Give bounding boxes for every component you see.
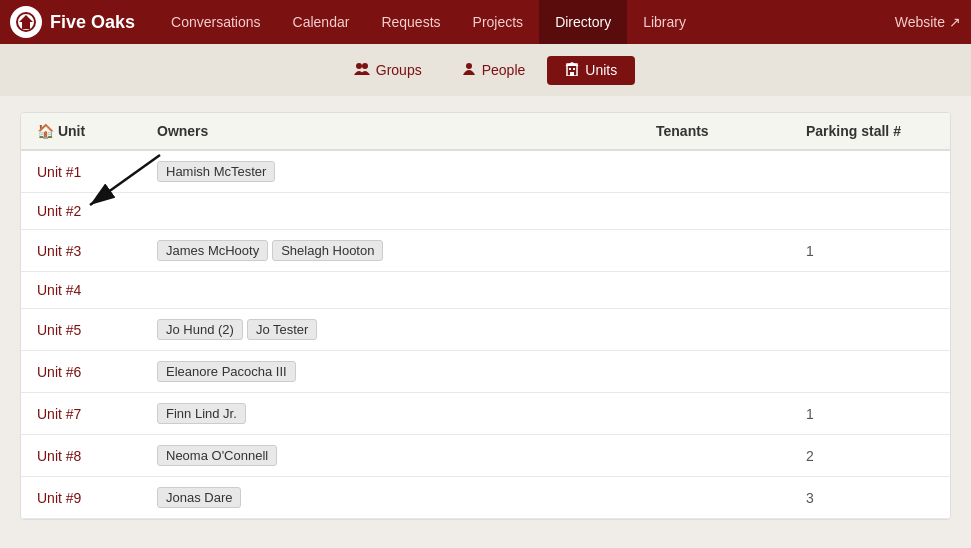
tenants-cell (640, 309, 790, 351)
nav-projects[interactable]: Projects (457, 0, 540, 44)
owner-tag[interactable]: James McHooty (157, 240, 268, 261)
nav-directory[interactable]: Directory (539, 0, 627, 44)
owners-cell: Finn Lind Jr. (141, 393, 640, 435)
logo-icon (10, 6, 42, 38)
unit-link[interactable]: Unit #9 (37, 490, 81, 506)
column-header-tenants: Tenants (640, 113, 790, 150)
parking-cell: 2 (790, 435, 950, 477)
website-label: Website (895, 14, 945, 30)
owners-cell: Jonas Dare (141, 477, 640, 519)
parking-cell (790, 150, 950, 193)
subnav-groups-label: Groups (376, 62, 422, 78)
unit-link[interactable]: Unit #7 (37, 406, 81, 422)
units-table-container: 🏠 Unit Owners Tenants Parking stall # Un… (20, 112, 951, 520)
column-header-owners: Owners (141, 113, 640, 150)
unit-link[interactable]: Unit #8 (37, 448, 81, 464)
tenants-cell (640, 193, 790, 230)
tenants-cell (640, 351, 790, 393)
main-content: 🏠 Unit Owners Tenants Parking stall # Un… (0, 96, 971, 536)
unit-link[interactable]: Unit #1 (37, 164, 81, 180)
unit-link[interactable]: Unit #5 (37, 322, 81, 338)
owner-tag[interactable]: Hamish McTester (157, 161, 275, 182)
table-row: Unit #7Finn Lind Jr.1 (21, 393, 950, 435)
owner-tag[interactable]: Shelagh Hooton (272, 240, 383, 261)
website-link[interactable]: Website ↗ (895, 14, 961, 30)
owner-tag[interactable]: Neoma O'Connell (157, 445, 277, 466)
parking-cell: 1 (790, 393, 950, 435)
unit-cell: Unit #1 (21, 150, 141, 193)
svg-rect-6 (569, 68, 571, 70)
external-link-icon: ↗ (949, 14, 961, 30)
unit-link[interactable]: Unit #6 (37, 364, 81, 380)
owners-cell (141, 272, 640, 309)
owners-cell: Eleanore Pacocha III (141, 351, 640, 393)
tenants-cell (640, 393, 790, 435)
nav-calendar[interactable]: Calendar (277, 0, 366, 44)
svg-point-4 (466, 63, 472, 69)
tenants-cell (640, 477, 790, 519)
unit-cell: Unit #6 (21, 351, 141, 393)
parking-cell: 1 (790, 230, 950, 272)
nav-requests[interactable]: Requests (365, 0, 456, 44)
owners-cell: Neoma O'Connell (141, 435, 640, 477)
top-navigation: Five Oaks Conversations Calendar Request… (0, 0, 971, 44)
owners-cell (141, 193, 640, 230)
person-icon (462, 62, 476, 79)
owner-tag[interactable]: Jo Hund (2) (157, 319, 243, 340)
unit-cell: Unit #2 (21, 193, 141, 230)
unit-cell: Unit #9 (21, 477, 141, 519)
unit-col-icon: 🏠 (37, 123, 58, 139)
unit-cell: Unit #8 (21, 435, 141, 477)
table-row: Unit #6Eleanore Pacocha III (21, 351, 950, 393)
owners-cell: Jo Hund (2)Jo Tester (141, 309, 640, 351)
tenants-cell (640, 272, 790, 309)
svg-point-2 (356, 63, 362, 69)
svg-marker-1 (19, 15, 33, 29)
tenants-cell (640, 150, 790, 193)
svg-rect-8 (570, 72, 574, 76)
owner-tag[interactable]: Eleanore Pacocha III (157, 361, 296, 382)
parking-cell (790, 309, 950, 351)
column-header-unit: 🏠 Unit (21, 113, 141, 150)
owner-tag[interactable]: Jo Tester (247, 319, 318, 340)
unit-link[interactable]: Unit #4 (37, 282, 81, 298)
sub-navigation: Groups People Units (0, 44, 971, 96)
subnav-groups[interactable]: Groups (336, 56, 440, 85)
groups-icon (354, 62, 370, 79)
table-body: Unit #1Hamish McTesterUnit #2Unit #3Jame… (21, 150, 950, 519)
table-row: Unit #3James McHootyShelagh Hooton1 (21, 230, 950, 272)
svg-rect-7 (573, 68, 575, 70)
owners-cell: Hamish McTester (141, 150, 640, 193)
unit-cell: Unit #4 (21, 272, 141, 309)
table-row: Unit #5Jo Hund (2)Jo Tester (21, 309, 950, 351)
owner-tag[interactable]: Jonas Dare (157, 487, 241, 508)
parking-cell (790, 272, 950, 309)
table-row: Unit #4 (21, 272, 950, 309)
site-title: Five Oaks (50, 12, 135, 33)
logo-area: Five Oaks (10, 6, 135, 38)
subnav-units[interactable]: Units (547, 56, 635, 85)
owners-cell: James McHootyShelagh Hooton (141, 230, 640, 272)
subnav-people-label: People (482, 62, 526, 78)
tenants-cell (640, 435, 790, 477)
unit-link[interactable]: Unit #3 (37, 243, 81, 259)
nav-library[interactable]: Library (627, 0, 702, 44)
nav-conversations[interactable]: Conversations (155, 0, 277, 44)
subnav-people[interactable]: People (444, 56, 544, 85)
units-table: 🏠 Unit Owners Tenants Parking stall # Un… (21, 113, 950, 519)
unit-cell: Unit #3 (21, 230, 141, 272)
subnav-units-label: Units (585, 62, 617, 78)
unit-link[interactable]: Unit #2 (37, 203, 81, 219)
table-header-row: 🏠 Unit Owners Tenants Parking stall # (21, 113, 950, 150)
nav-right: Website ↗ (895, 14, 961, 30)
table-row: Unit #2 (21, 193, 950, 230)
owner-tag[interactable]: Finn Lind Jr. (157, 403, 246, 424)
table-row: Unit #1Hamish McTester (21, 150, 950, 193)
unit-cell: Unit #7 (21, 393, 141, 435)
svg-point-3 (362, 63, 368, 69)
nav-links: Conversations Calendar Requests Projects… (155, 0, 895, 44)
building-icon (565, 62, 579, 79)
parking-cell (790, 351, 950, 393)
unit-cell: Unit #5 (21, 309, 141, 351)
table-row: Unit #9Jonas Dare3 (21, 477, 950, 519)
